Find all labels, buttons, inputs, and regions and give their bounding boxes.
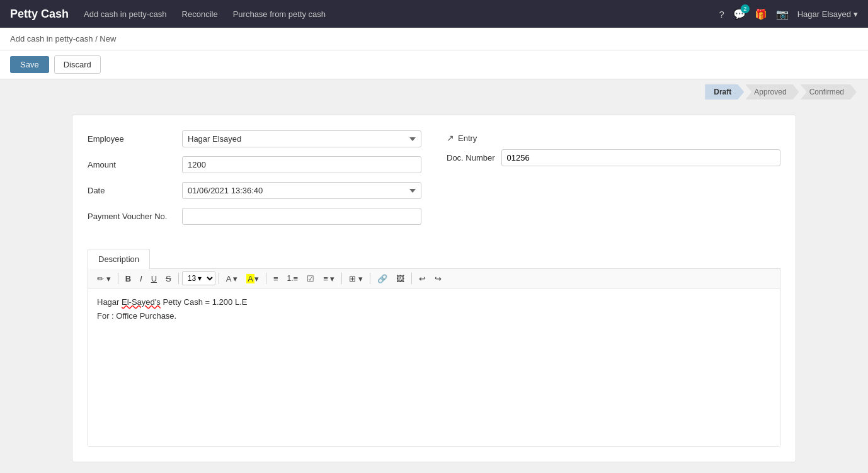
status-confirmed[interactable]: Confirmed — [801, 84, 857, 100]
editor-content[interactable]: Hagar El-Sayed's Petty Cash = 1.200 L.E … — [88, 288, 780, 446]
payment-voucher-input[interactable] — [182, 208, 421, 225]
divider-7 — [411, 273, 412, 284]
amount-input[interactable] — [182, 156, 421, 173]
entry-header: ↗ Entry — [447, 133, 780, 143]
form-left: Employee Hagar Elsayed Amount Date 01/06… — [88, 130, 421, 234]
employee-group: Employee Hagar Elsayed — [88, 130, 421, 147]
date-label: Date — [88, 186, 182, 195]
employee-label: Employee — [88, 134, 182, 144]
toolbar-undo-btn[interactable]: ↩ — [415, 272, 430, 285]
toolbar-bold-btn[interactable]: B — [122, 272, 135, 285]
editor-wrapper: ✏ ▾ B I U S 13 ▾ A ▾ A ▾ ≡ — [88, 269, 780, 447]
app-title: Petty Cash — [10, 8, 69, 21]
editor-line-1: Hagar El-Sayed's Petty Cash = 1.200 L.E — [97, 296, 771, 309]
doc-number-label: Doc. Number — [447, 153, 495, 162]
toolbar-table-btn[interactable]: ⊞ ▾ — [345, 272, 367, 285]
tab-bar: Description — [88, 249, 780, 269]
messages-badge: 2 — [741, 4, 750, 13]
help-icon[interactable]: ? — [719, 9, 724, 20]
toolbar-highlight-btn[interactable]: A ▾ — [243, 272, 263, 285]
topnav-right: ? 💬 2 🎁 📷 Hagar Elsayed ▾ — [719, 8, 858, 20]
discard-button[interactable]: Discard — [54, 55, 101, 74]
nav-purchase[interactable]: Purchase from petty cash — [233, 9, 326, 19]
nav-add-cash[interactable]: Add cash in petty-cash — [84, 9, 167, 19]
page-content: Employee Hagar Elsayed Amount Date 01/06… — [0, 105, 868, 472]
entry-section: ↗ Entry Doc. Number — [447, 130, 780, 166]
date-group: Date 01/06/2021 13:36:40 — [88, 182, 421, 199]
nav-reconcile[interactable]: Reconcile — [182, 9, 218, 19]
topnav: Petty Cash Add cash in petty-cash Reconc… — [0, 0, 868, 28]
toolbar-strikethrough-btn[interactable]: S — [162, 272, 175, 285]
entry-doc-row: Doc. Number — [447, 149, 780, 166]
toolbar-bullet-list-btn[interactable]: ≡ — [270, 272, 282, 285]
action-bar: Save Discard — [0, 50, 868, 79]
toolbar-fontcolor-btn[interactable]: A ▾ — [222, 272, 242, 285]
camera-icon[interactable]: 📷 — [776, 8, 789, 20]
status-approved[interactable]: Approved — [745, 84, 799, 100]
toolbar-redo-btn[interactable]: ↪ — [431, 272, 445, 285]
divider-3 — [219, 273, 219, 284]
toolbar-align-btn[interactable]: ≡ ▾ — [319, 272, 338, 285]
payment-voucher-label: Payment Voucher No. — [88, 212, 182, 221]
tab-description[interactable]: Description — [88, 249, 150, 269]
divider-4 — [266, 273, 266, 284]
toolbar-link-btn[interactable]: 🔗 — [374, 272, 391, 285]
nav-links: Add cash in petty-cash Reconcile Purchas… — [84, 9, 719, 19]
entry-title: Entry — [458, 134, 477, 143]
toolbar-ordered-list-btn[interactable]: 1.≡ — [283, 272, 302, 285]
messages-icon[interactable]: 💬 2 — [733, 8, 746, 20]
user-dropdown-icon: ▾ — [854, 9, 858, 19]
user-name: Hagar Elsayed — [797, 9, 851, 19]
toolbar-italic-btn[interactable]: I — [136, 272, 146, 285]
status-bar: Draft Approved Confirmed — [0, 79, 868, 105]
toolbar-underline-btn[interactable]: U — [147, 272, 161, 285]
divider-5 — [341, 273, 342, 284]
doc-number-input[interactable] — [501, 149, 780, 166]
date-input[interactable]: 01/06/2021 13:36:40 — [182, 182, 421, 199]
user-menu[interactable]: Hagar Elsayed ▾ — [797, 9, 858, 19]
toolbar-image-btn[interactable]: 🖼 — [392, 272, 408, 285]
amount-label: Amount — [88, 160, 182, 169]
toolbar-checklist-btn[interactable]: ☑ — [303, 272, 318, 285]
employee-select[interactable]: Hagar Elsayed — [182, 130, 421, 147]
save-button[interactable]: Save — [10, 56, 49, 73]
editor-line-2: For : Office Purchase. — [97, 310, 771, 322]
divider-2 — [178, 273, 179, 284]
status-steps: Draft Approved Confirmed — [705, 84, 858, 100]
toolbar-format-btn[interactable]: ✏ ▾ — [93, 272, 115, 285]
gift-icon[interactable]: 🎁 — [755, 8, 767, 20]
editor-toolbar: ✏ ▾ B I U S 13 ▾ A ▾ A ▾ ≡ — [88, 269, 780, 288]
editor-word-elsayeds: El-Sayed's — [122, 297, 161, 307]
divider-6 — [370, 273, 370, 284]
form-right: ↗ Entry Doc. Number — [447, 130, 780, 234]
status-draft[interactable]: Draft — [705, 84, 744, 100]
toolbar-fontsize-select[interactable]: 13 ▾ — [182, 271, 215, 285]
payment-voucher-group: Payment Voucher No. — [88, 208, 421, 225]
entry-external-link-icon[interactable]: ↗ — [447, 133, 454, 143]
breadcrumb-text: Add cash in petty-cash / New — [10, 34, 116, 43]
form-grid: Employee Hagar Elsayed Amount Date 01/06… — [88, 130, 780, 234]
divider-1 — [118, 273, 118, 284]
form-card: Employee Hagar Elsayed Amount Date 01/06… — [72, 115, 796, 462]
description-section: Description ✏ ▾ B I U S 13 ▾ A ▾ — [88, 249, 780, 447]
amount-group: Amount — [88, 156, 421, 173]
breadcrumb: Add cash in petty-cash / New — [0, 28, 868, 50]
